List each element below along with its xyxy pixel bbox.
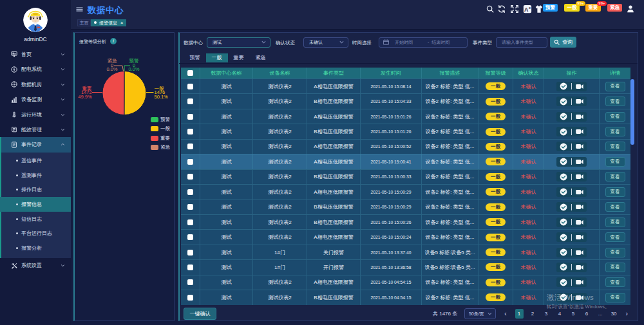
- table-row[interactable]: 测试 测试仪表2 A相电压低限报警 2021-05-10 15:00:29 设备…: [181, 184, 630, 199]
- pie-slice-一般[interactable]: [124, 71, 146, 115]
- view-button[interactable]: 查看: [605, 263, 625, 272]
- view-button[interactable]: 查看: [605, 202, 625, 212]
- sidebar-subitem-5[interactable]: 平台运行日志: [1, 226, 71, 241]
- confirm-check-icon[interactable]: [560, 293, 567, 301]
- scrollbar-thumb[interactable]: [630, 79, 634, 145]
- row-checkbox[interactable]: [187, 265, 193, 270]
- page-3[interactable]: 3: [542, 309, 551, 319]
- table-row[interactable]: 测试 测试仪表2 B相电压低限报警 2021-05-10 15:04:33 设备…: [181, 93, 630, 108]
- sidebar-item-0[interactable]: 首页: [0, 47, 71, 62]
- page-5[interactable]: 5: [569, 309, 578, 319]
- confirm-status-select[interactable]: 未确认: [303, 37, 348, 48]
- sidebar-item-3[interactable]: 设备监测: [0, 92, 71, 107]
- level-tab-0[interactable]: 预警: [184, 53, 206, 62]
- sidebar-item-2[interactable]: 数据机房: [0, 77, 71, 92]
- table-row[interactable]: 测试 1#门 开门报警 2021-05-10 13:36:58 设备5 标签:设…: [181, 259, 630, 274]
- confirm-check-icon[interactable]: [560, 234, 567, 241]
- video-icon[interactable]: [576, 84, 583, 89]
- video-icon[interactable]: [576, 279, 583, 285]
- page-size-select[interactable]: 50条/页: [464, 308, 496, 319]
- view-button[interactable]: 查看: [605, 97, 625, 106]
- search-button[interactable]: 查询: [550, 37, 576, 48]
- sidebar-subitem-3[interactable]: 报警信息: [0, 197, 71, 212]
- menu-toggle-icon[interactable]: [76, 7, 83, 12]
- page-2[interactable]: 2: [529, 309, 537, 319]
- row-checkbox[interactable]: [187, 189, 193, 195]
- confirm-check-icon[interactable]: [560, 218, 567, 226]
- row-checkbox[interactable]: [187, 84, 193, 89]
- row-checkbox[interactable]: [187, 129, 193, 135]
- table-row[interactable]: 测试 测试仪表2 B相电压低限报警 2021-05-10 04:54:15 设备…: [181, 290, 630, 304]
- alert-badge-warning[interactable]: 预警: [543, 4, 558, 12]
- confirm-check-icon[interactable]: [560, 173, 567, 181]
- video-icon[interactable]: [576, 295, 583, 301]
- theme-icon[interactable]: [535, 5, 544, 14]
- view-button[interactable]: 查看: [605, 218, 625, 227]
- sidebar-item-7[interactable]: 系统设置: [0, 258, 71, 273]
- alert-badge-important[interactable]: 重要 99+: [585, 4, 601, 12]
- legend-item[interactable]: 紧急: [151, 144, 170, 151]
- font-size-icon[interactable]: Ax: [523, 5, 532, 14]
- sidebar-item-1[interactable]: 配电系统: [0, 62, 71, 77]
- start-time-input[interactable]: 开始时间: [395, 39, 413, 46]
- video-icon[interactable]: [576, 265, 583, 270]
- alert-badge-critical[interactable]: 紧急: [607, 4, 622, 12]
- pie-slice-重要[interactable]: [102, 71, 124, 115]
- table-row[interactable]: 测试 测试仪表2 B相电压低限报警 2021-05-10 15:01:26 设备…: [181, 124, 630, 138]
- table-row[interactable]: 测试 测试仪表2 A相电压低限报警 2021-05-10 04:54:15 设备…: [181, 275, 630, 290]
- table-row[interactable]: 测试 测试仪表2 B相电压低限报警 2021-05-10 15:00:29 设备…: [181, 200, 630, 214]
- row-checkbox[interactable]: [187, 114, 193, 120]
- table-row[interactable]: 测试 1#门 关门报警 2021-05-10 13:37:40 设备5 标签:设…: [181, 245, 630, 259]
- table-row[interactable]: 测试 测试仪表2 A相电压低限报警 2021-05-10 15:00:24 设备…: [181, 229, 630, 244]
- refresh-icon[interactable]: [497, 5, 506, 14]
- sidebar-subitem-0[interactable]: 遥信事件: [1, 153, 71, 168]
- view-button[interactable]: 查看: [605, 142, 625, 151]
- legend-item[interactable]: 预警: [151, 116, 170, 123]
- table-row[interactable]: 测试 测试仪表2 A相电压低限报警 2021-05-10 15:01:26 设备…: [181, 109, 630, 124]
- row-checkbox[interactable]: [187, 279, 193, 285]
- search-icon[interactable]: [486, 5, 495, 14]
- row-checkbox[interactable]: [187, 159, 193, 165]
- row-checkbox[interactable]: [187, 144, 193, 149]
- video-icon[interactable]: [576, 159, 583, 165]
- view-button[interactable]: 查看: [605, 248, 625, 257]
- alert-badge-general[interactable]: 一般 99+: [564, 4, 580, 12]
- confirm-check-icon[interactable]: [560, 263, 567, 271]
- confirm-check-icon[interactable]: [560, 158, 567, 165]
- page-1[interactable]: 1: [515, 309, 524, 319]
- video-icon[interactable]: [576, 234, 583, 240]
- confirm-all-button[interactable]: 一键确认: [184, 308, 216, 320]
- prev-page-arrow[interactable]: ‹: [504, 310, 506, 317]
- user-icon[interactable]: [626, 5, 635, 14]
- view-button[interactable]: 查看: [605, 187, 625, 197]
- row-checkbox[interactable]: [187, 174, 193, 180]
- video-icon[interactable]: [576, 174, 583, 180]
- video-icon[interactable]: [576, 114, 583, 120]
- confirm-check-icon[interactable]: [560, 203, 567, 211]
- confirm-check-icon[interactable]: [560, 113, 567, 120]
- sidebar-item-4[interactable]: 运行环境: [0, 107, 71, 122]
- video-icon[interactable]: [576, 129, 583, 135]
- table-row[interactable]: 测试 测试仪表2 A相电压低限报警 2021-05-10 15:08:14 设备…: [181, 79, 630, 93]
- close-tag-icon[interactable]: ×: [120, 20, 123, 26]
- legend-item[interactable]: 一般: [151, 125, 170, 132]
- row-checkbox[interactable]: [187, 219, 193, 225]
- fullscreen-icon[interactable]: [510, 5, 519, 14]
- view-button[interactable]: 查看: [605, 172, 625, 181]
- event-type-input[interactable]: 请输入事件类型: [496, 37, 547, 48]
- level-tab-1[interactable]: 一般: [206, 53, 228, 62]
- table-row[interactable]: 测试 测试仪表2 B相电压低限报警 2021-05-10 15:00:26 设备…: [181, 214, 630, 229]
- next-page-arrow[interactable]: ›: [626, 310, 628, 317]
- row-checkbox[interactable]: [187, 250, 193, 255]
- level-tab-3[interactable]: 紧急: [250, 53, 272, 62]
- confirm-check-icon[interactable]: [560, 188, 567, 196]
- date-range-picker[interactable]: 开始时间 - 结束时间: [379, 37, 468, 48]
- sidebar-subitem-2[interactable]: 操作日志: [1, 182, 71, 197]
- view-button[interactable]: 查看: [605, 293, 625, 302]
- sidebar-subitem-1[interactable]: 遥测事件: [1, 168, 71, 183]
- confirm-check-icon[interactable]: [560, 248, 567, 256]
- select-all-checkbox[interactable]: [187, 70, 193, 76]
- tag-home[interactable]: 主页: [77, 19, 91, 26]
- sidebar-item-6[interactable]: 事件记录: [1, 137, 71, 152]
- view-button[interactable]: 查看: [605, 127, 625, 136]
